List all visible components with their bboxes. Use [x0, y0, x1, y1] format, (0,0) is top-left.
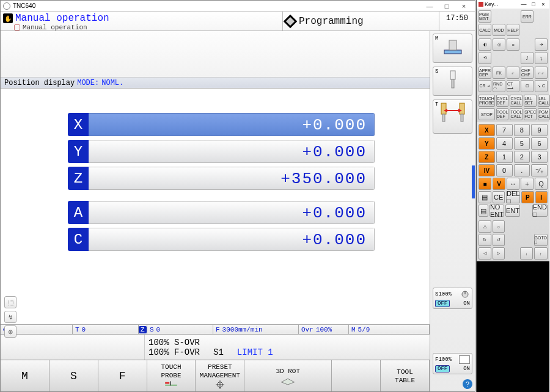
s100-off[interactable]: OFF	[435, 300, 450, 307]
key--[interactable]: △	[479, 220, 491, 233]
key-cycl-def[interactable]: CYCL DEF	[496, 95, 509, 107]
side-icon-probe[interactable]: ⬚	[4, 296, 16, 308]
key-rnd-[interactable]: RND ◠	[493, 80, 505, 92]
key-1[interactable]: 1	[496, 151, 513, 163]
key--[interactable]: ↔	[507, 178, 519, 190]
key--[interactable]: ↑	[534, 247, 548, 260]
key--[interactable]: ⤴	[521, 52, 534, 64]
key--[interactable]: ◁	[479, 247, 491, 260]
softkey-3d-rot[interactable]: 3D ROT	[244, 360, 332, 391]
key--[interactable]: ◎	[493, 38, 505, 51]
softkey-f[interactable]: F	[98, 360, 147, 391]
key--[interactable]: .	[514, 164, 530, 176]
keypad-close[interactable]: ×	[539, 1, 548, 7]
key-ce[interactable]: CE	[493, 191, 505, 203]
key-6[interactable]: 6	[531, 137, 548, 150]
key-tool-def[interactable]: TOOL DEF	[496, 108, 509, 120]
key-lbl-set[interactable]: LBL SET	[524, 95, 537, 107]
key-spec-fct[interactable]: SPEC FCT	[524, 108, 537, 120]
key--[interactable]: ≡	[507, 38, 519, 51]
key-5[interactable]: 5	[514, 137, 530, 150]
sidebar-s-box[interactable]: S	[433, 67, 472, 96]
other-mode-panel[interactable]: Programming	[283, 12, 439, 31]
key-iv[interactable]: IV	[479, 164, 495, 176]
key-goto-[interactable]: GOTO □	[534, 234, 548, 246]
minimize-button[interactable]: —	[421, 2, 438, 10]
key-calc[interactable]: CALC	[479, 24, 491, 36]
key--[interactable]: ⟲	[479, 52, 491, 64]
key-2[interactable]: 2	[514, 151, 530, 163]
f100-on[interactable]: ON	[463, 366, 470, 372]
key--c[interactable]: ↘ C	[535, 80, 548, 92]
sidebar-s100-box[interactable]: S100% OFFON	[433, 288, 472, 309]
key-0[interactable]: 0	[496, 164, 513, 176]
sidebar-t-box[interactable]: T	[433, 100, 472, 134]
key-mod[interactable]: MOD	[493, 24, 505, 36]
key-8[interactable]: 8	[514, 124, 530, 136]
key--[interactable]: ▤	[479, 191, 491, 203]
key--[interactable]: ➔	[535, 38, 548, 51]
key-lbl-call[interactable]: LBL CALL	[538, 95, 550, 107]
key-i[interactable]: I	[535, 191, 548, 203]
key-appr-dep[interactable]: APPR DEP	[479, 67, 491, 79]
key-ct-[interactable]: CT ⟶	[507, 80, 519, 92]
softkey-tool-table[interactable]: TOOL TABLE	[381, 360, 430, 391]
key-chf-chf[interactable]: CHF CHF	[521, 67, 534, 79]
softkey-m[interactable]: M	[1, 360, 50, 391]
keypad-minimize[interactable]: —	[519, 1, 528, 7]
key-end-[interactable]: END □	[532, 205, 548, 217]
close-button[interactable]: ×	[455, 2, 472, 10]
key-ent[interactable]: ENT	[505, 205, 520, 217]
key--[interactable]: ↓	[520, 247, 533, 260]
key--[interactable]: ↺	[493, 234, 505, 246]
key-stop[interactable]: STOP	[479, 108, 495, 120]
axis-row-x[interactable]: X+0.000	[68, 113, 375, 136]
key-del-[interactable]: DEL □	[506, 191, 520, 203]
key-touch-probe[interactable]: TOUCH PROBE	[479, 95, 495, 107]
sidebar-m-box[interactable]: M	[433, 34, 472, 63]
key-9[interactable]: 9	[531, 124, 548, 136]
key--[interactable]: ⤵	[535, 52, 548, 64]
axis-row-y[interactable]: Y+0.000	[68, 140, 375, 163]
key-3[interactable]: 3	[531, 151, 548, 163]
key-cycl-call[interactable]: CYCL CALL	[510, 95, 522, 107]
key--[interactable]: +	[521, 178, 534, 190]
key-help[interactable]: HELP	[507, 24, 519, 36]
axis-row-a[interactable]: A+0.000	[68, 201, 375, 224]
key-pgm-mgt[interactable]: PGM MGT	[479, 10, 491, 23]
softkey-touch-probe[interactable]: TOUCH PROBE	[147, 360, 196, 391]
side-icon-datum[interactable]: ⊕	[4, 325, 16, 338]
scroll-indicator[interactable]	[472, 165, 475, 198]
sidebar-f100-box[interactable]: F100% OFFON	[433, 353, 472, 374]
key-err[interactable]: ERR	[521, 10, 534, 23]
key--[interactable]: ▤	[479, 205, 488, 217]
key-x[interactable]: X	[479, 124, 495, 136]
axis-row-z[interactable]: Z+350.000	[68, 167, 375, 190]
key-y[interactable]: Y	[479, 137, 495, 150]
key-v[interactable]: V	[493, 178, 505, 190]
axis-row-c[interactable]: C+0.000	[68, 228, 375, 251]
key--[interactable]: ▷	[493, 247, 505, 260]
key--[interactable]: ◐	[479, 38, 491, 51]
key--[interactable]: ⌐ ⌐	[535, 67, 548, 79]
keypad-maximize[interactable]: □	[529, 1, 538, 7]
key-no-ent[interactable]: NO ENT	[490, 205, 504, 217]
side-icon-ref[interactable]: ↯	[4, 311, 16, 323]
maximize-button[interactable]: □	[438, 2, 455, 10]
softkey-s[interactable]: S	[50, 360, 98, 391]
key--[interactable]: ■	[479, 178, 491, 190]
key--[interactable]: ⊡	[521, 80, 534, 92]
key-4[interactable]: 4	[496, 137, 513, 150]
s100-on[interactable]: ON	[463, 300, 470, 307]
f100-off[interactable]: OFF	[435, 365, 450, 372]
key-fk[interactable]: FK	[493, 67, 505, 79]
help-button[interactable]: ?	[463, 379, 472, 389]
key-q[interactable]: Q	[535, 178, 548, 190]
key--[interactable]: ↻	[479, 234, 491, 246]
key--[interactable]: ○	[493, 220, 505, 233]
key-cr-[interactable]: CR ⤾	[479, 80, 491, 92]
key-z[interactable]: Z	[479, 151, 495, 163]
key-tool-call[interactable]: TOOL CALL	[510, 108, 522, 120]
softkey-preset-management[interactable]: PRESET MANAGEMENT	[196, 360, 244, 391]
key-p[interactable]: P	[521, 191, 534, 203]
